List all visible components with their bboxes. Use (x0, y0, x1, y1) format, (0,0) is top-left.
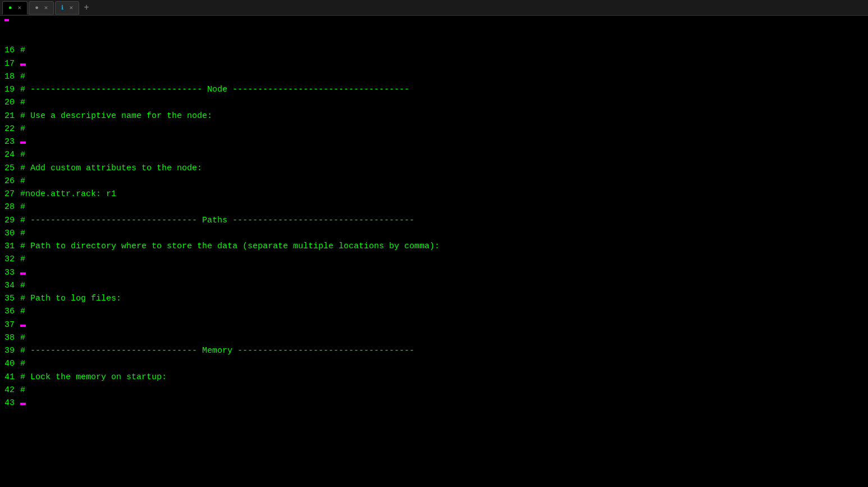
tab-node2[interactable]: ● ✕ (29, 1, 54, 15)
line-num-42: 42 (4, 384, 20, 397)
line-content-34: # (20, 279, 25, 292)
line-content-18: # (20, 70, 25, 83)
line-num-21: 21 (4, 110, 20, 122)
line-content-23-boxed (20, 142, 26, 144)
code-line-35: 35 # Path to log files: (4, 292, 864, 305)
line-num-27: 27 (4, 188, 20, 201)
tab-apache-icon: ℹ (61, 4, 63, 11)
line-content-31: # Path to directory where to store the d… (20, 240, 440, 253)
line-content-42: # (20, 384, 25, 397)
tab-node1[interactable]: ● ✕ (2, 1, 28, 15)
line-content-20: # (20, 96, 25, 109)
line-num-33: 33 (4, 266, 20, 279)
line-content-41: # Lock the memory on startup: (20, 371, 167, 384)
line-num-19: 19 (4, 83, 20, 96)
line-content-16: # (20, 44, 25, 57)
code-line-40: 40 # (4, 357, 864, 370)
line-num-18: 18 (4, 70, 20, 83)
tab-node1-icon: ● (8, 4, 12, 11)
line-content-28: # (20, 201, 25, 213)
cmd-cp (4, 19, 9, 21)
line-num-32: 32 (4, 253, 20, 266)
line-num-16: 16 (4, 44, 20, 57)
line-content-43-boxed (20, 403, 26, 405)
code-line-42: 42 # (4, 384, 864, 397)
line-num-26: 26 (4, 175, 20, 188)
line-content-38: # (20, 331, 25, 344)
command-line-1 (4, 19, 864, 21)
code-line-37: 37 (4, 318, 864, 331)
line-num-36: 36 (4, 305, 20, 318)
code-line-18: 18 # (4, 70, 864, 83)
line-num-31: 31 (4, 240, 20, 253)
line-num-41: 41 (4, 371, 20, 384)
line-num-40: 40 (4, 357, 20, 370)
line-num-17: 17 (4, 57, 20, 70)
line-content-36: # (20, 305, 25, 318)
line-num-22: 22 (4, 122, 20, 135)
tab-apache-close[interactable]: ✕ (69, 4, 73, 11)
tab-node2-icon: ● (35, 4, 39, 11)
tab-bar: ● ✕ ● ✕ ℹ ✕ + (0, 0, 868, 16)
code-line-38: 38 # (4, 331, 864, 344)
line-content-19: # ---------------------------------- Nod… (20, 83, 409, 96)
line-content-39: # --------------------------------- Memo… (20, 344, 414, 357)
line-content-40: # (20, 357, 25, 370)
code-line-33: 33 (4, 266, 864, 279)
line-num-20: 20 (4, 96, 20, 109)
code-line-31: 31 # Path to directory where to store th… (4, 240, 864, 253)
line-content-29: # --------------------------------- Path… (20, 214, 414, 227)
line-num-38: 38 (4, 331, 20, 344)
code-line-27: 27 #node.attr.rack: r1 (4, 188, 864, 201)
code-line-28: 28 # (4, 201, 864, 213)
code-line-16: 16 # (4, 44, 864, 57)
line-content-35: # Path to log files: (20, 292, 121, 305)
code-line-43: 43 (4, 397, 864, 409)
line-num-37: 37 (4, 318, 20, 331)
code-line-21: 21 # Use a descriptive name for the node… (4, 110, 864, 122)
code-line-23: 23 (4, 135, 864, 148)
code-line-29: 29 # --------------------------------- P… (4, 214, 864, 227)
line-num-29: 29 (4, 214, 20, 227)
code-line-22: 22 # (4, 122, 864, 135)
tab-node2-close[interactable]: ✕ (44, 4, 48, 11)
line-num-39: 39 (4, 344, 20, 357)
blank-line-1 (4, 31, 864, 44)
code-line-32: 32 # (4, 253, 864, 266)
line-content-32: # (20, 253, 25, 266)
code-line-39: 39 # --------------------------------- M… (4, 344, 864, 357)
tab-node1-close[interactable]: ✕ (18, 4, 22, 11)
line-num-35: 35 (4, 292, 20, 305)
line-content-22: # (20, 122, 25, 135)
line-content-33-boxed (20, 272, 26, 275)
line-num-34: 34 (4, 279, 20, 292)
line-content-37-boxed (20, 325, 26, 327)
line-content-17-boxed (20, 63, 26, 66)
line-num-28: 28 (4, 201, 20, 213)
code-line-30: 30 # (4, 227, 864, 240)
line-num-25: 25 (4, 162, 20, 175)
code-line-25: 25 # Add custom attributes to the node: (4, 162, 864, 175)
tab-add-button[interactable]: + (80, 2, 93, 14)
code-line-34: 34 # (4, 279, 864, 292)
code-line-17: 17 (4, 57, 864, 70)
code-line-41: 41 # Lock the memory on startup: (4, 371, 864, 384)
line-num-43: 43 (4, 397, 20, 409)
code-line-19: 19 # ---------------------------------- … (4, 83, 864, 96)
code-line-20: 20 # (4, 96, 864, 109)
tab-apache[interactable]: ℹ ✕ (55, 1, 79, 15)
line-num-23: 23 (4, 135, 20, 148)
code-line-24: 24 # (4, 148, 864, 161)
line-content-21: # Use a descriptive name for the node: (20, 110, 212, 122)
code-line-36: 36 # (4, 305, 864, 318)
line-content-24: # (20, 148, 25, 161)
terminal: 16 # 17 18 # 19 # ----------------------… (0, 16, 868, 487)
line-content-25: # Add custom attributes to the node: (20, 162, 202, 175)
line-num-30: 30 (4, 227, 20, 240)
line-content-26: # (20, 175, 25, 188)
line-content-30: # (20, 227, 25, 240)
line-num-24: 24 (4, 148, 20, 161)
line-content-27: #node.attr.rack: r1 (20, 188, 116, 201)
code-line-26: 26 # (4, 175, 864, 188)
